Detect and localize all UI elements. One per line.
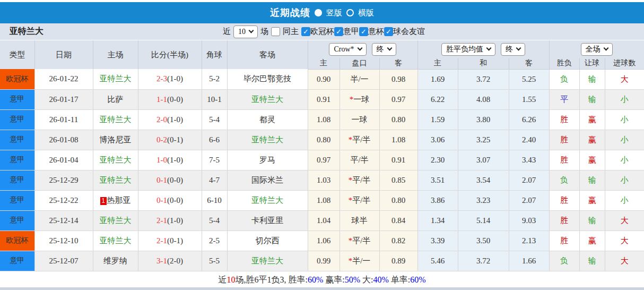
odds-handicap: *平/半 [340,170,379,190]
league-checkbox-label: 欧冠杯 [310,27,334,37]
result-goals: 大 [605,69,644,89]
fulltime-score: 2-1 [156,216,167,225]
away-team-name: 亚特兰大 [251,257,283,265]
match-date: 26-01-17 [34,89,93,109]
avg-home: 5.46 [417,251,458,271]
recent-results-panel: 近期战绩 竖版 横版 亚特兰大 近 10 场 同主 欧冠杯意甲意杯球会友谊 类型… [0,0,644,290]
summary-segment: 近 [218,275,227,284]
odds-handicap: 一球 [340,109,379,130]
away-team-name: 都灵 [259,115,275,124]
result-goals: 小 [605,150,644,170]
chevron-down-icon [387,46,392,51]
match-row: 意甲25-12-07维罗纳3-1(2-0)5-5亚特兰大0.99*半/一0.89… [0,251,644,271]
vertical-layout-radio[interactable] [315,9,322,16]
fulltime-score: 0-1 [156,196,167,204]
match-row: 意甲25-12-14亚特兰大2-1(1-0)5-4卡利亚里1.04球半0.841… [0,210,644,231]
avg-draw: 3.23 [458,190,509,210]
match-date: 25-12-29 [34,170,93,190]
corners: 4-7 [202,170,227,190]
col-header-home: 主场 [93,40,138,69]
avg-final-select[interactable]: 终 [501,43,525,56]
league-checkbox-label: 意甲 [343,27,359,37]
league-checkbox[interactable] [384,27,393,36]
result-handicap: 输 [579,210,605,231]
odds-home: 0.90 [308,69,340,89]
fulltime-score: 0-2 [156,135,167,144]
match-date: 25-12-07 [34,251,93,271]
horizontal-layout-label[interactable]: 横版 [358,8,374,18]
odds-away: 0.80 [379,109,417,130]
fulltime-score: 3-1 [156,257,167,265]
odds-handicap: 半/一 [340,69,379,89]
league-checkbox[interactable] [301,27,310,36]
odds-home: 1.06 [308,231,340,251]
odds-final-select[interactable]: 终 [372,43,396,56]
result-handicap: 输 [579,170,605,190]
away-team-name: 卡利亚里 [251,216,283,225]
result-goals: 小 [605,170,644,190]
home-team-name: 比萨 [108,95,124,104]
league-checkbox[interactable] [334,27,343,36]
col-header-date: 日期 [34,40,93,69]
summary-line: 近10场,胜6平1负3, 胜率:60% 赢率:50% 大:40% 单率:60% [0,271,644,289]
odds-home: 0.80 [308,130,340,150]
result-handicap: 赢 [579,190,605,210]
league-checkbox[interactable] [359,27,368,36]
league-badge: 意甲 [0,210,34,231]
summary-segment: 60% [308,275,323,284]
league-checkbox-label: 球会友谊 [393,27,425,37]
match-count-select[interactable]: 10 [233,25,258,38]
result-winlose: 负 [549,251,579,271]
match-date: 26-01-04 [34,150,93,170]
handicap-value: 平/半 [352,236,370,245]
halftime-score: (0-1) [167,135,183,144]
odds-away: 1.08 [379,130,417,150]
result-handicap: 赢 [579,231,605,251]
corners: 2-5 [202,231,227,251]
corners: 6-6 [202,130,227,150]
match-date: 26-01-08 [34,130,93,150]
avg-home: 1.69 [417,69,458,89]
score: 1-1(0-0) [138,89,202,109]
col-header-corners: 角球 [202,40,227,69]
home-team: 亚特兰大 [93,231,138,251]
avg-home: 1.34 [417,210,458,231]
corners: 5-4 [202,109,227,130]
result-goals: 大 [605,231,644,251]
odds-away: 0.98 [379,69,417,89]
summary-text: 近10场,胜6平1负3, 胜率:60% 赢率:50% 大:40% 单率:60% [218,275,425,286]
avg-draw: 3.54 [458,170,509,190]
horizontal-layout-radio[interactable] [346,9,354,16]
result-handicap: 输 [579,69,605,89]
avg-draw: 3.80 [458,109,509,130]
avg-odds-select[interactable]: 胜平负均值 [441,43,495,56]
home-team: 博洛尼亚 [93,130,138,150]
halftime-score: (1-0) [167,74,183,83]
odds-home: 0.99 [308,251,340,271]
home-team: 比萨 [93,89,138,109]
fulltime-select[interactable]: 全场 [581,43,613,56]
match-row: 意甲26-01-04亚特兰大1-0(1-0)7-5罗马0.97平/半0.912.… [0,150,644,170]
filter-bar: 亚特兰大 近 10 场 同主 欧冠杯意甲意杯球会友谊 [0,23,644,40]
away-team: 切尔西 [227,231,308,251]
halftime-score: (0-0) [167,196,183,204]
away-team: 亚特兰大 [227,130,308,150]
same-home-checkbox[interactable] [271,27,280,36]
chevron-down-icon [249,28,254,33]
team-name: 亚特兰大 [0,26,223,37]
odds-company-select[interactable]: Crow* [329,43,366,56]
home-team-name: 亚特兰大 [100,74,132,83]
result-goals: 大 [605,251,644,271]
result-handicap: 赢 [579,150,605,170]
avg-away: 2.13 [509,231,549,251]
home-team: 亚特兰大 [93,150,138,170]
league-badge: 欧冠杯 [0,69,34,89]
result-winlose: 胜 [549,190,579,210]
league-badge: 意甲 [0,89,34,109]
match-row: 欧冠杯25-12-10亚特兰大2-1(0-1)2-5切尔西1.06*平/半0.8… [0,231,644,251]
summary-segment: 60% [410,275,425,284]
corners: 5-2 [202,69,227,89]
score: 1-0(1-0) [138,150,202,170]
vertical-layout-label[interactable]: 竖版 [326,8,342,18]
handicap-value: 平/半 [352,176,370,184]
